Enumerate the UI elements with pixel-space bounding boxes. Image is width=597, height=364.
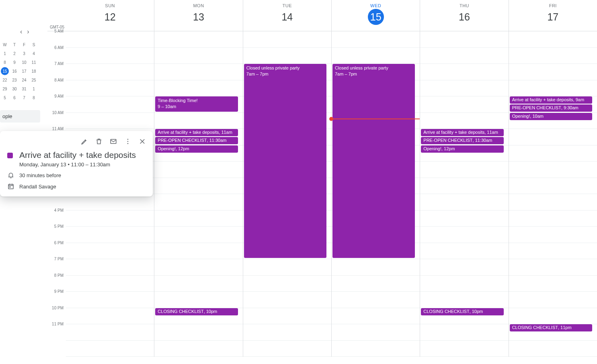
minical-day[interactable]: 17 [19, 67, 29, 76]
calendar-event[interactable]: Opening!, 10am [510, 113, 592, 120]
calendar-event[interactable]: CLOSING CHECKLIST, 11pm [510, 324, 592, 331]
timezone-label: GMT-05 [47, 0, 66, 31]
day-number[interactable]: 15 [368, 9, 384, 25]
day-column[interactable]: Closed unless private party7am – 7pm [331, 31, 420, 357]
day-number[interactable]: 16 [456, 9, 472, 25]
hour-label: 10 AM [47, 110, 66, 127]
event-details-popup: Arrive at facility + take deposits Monda… [0, 131, 153, 196]
day-header[interactable]: TUE14 [243, 0, 331, 31]
svg-point-1 [127, 139, 128, 140]
day-of-week: SUN [66, 3, 154, 8]
calendar-event[interactable]: Arrive at facility + take deposits, 11am [421, 129, 503, 136]
minical-day[interactable]: 11 [29, 58, 39, 67]
minical-day[interactable]: 15 [1, 67, 9, 75]
minical-next[interactable]: › [27, 28, 29, 35]
day-column[interactable]: Time-Blocking Time!9 – 10amArrive at fac… [154, 31, 242, 357]
minical-day[interactable]: 31 [19, 84, 29, 93]
day-of-week: WED [332, 3, 420, 8]
calendar-event[interactable]: Arrive at facility + take deposits, 9am [510, 96, 592, 104]
calendar-event[interactable]: Closed unless private party7am – 7pm [332, 64, 415, 258]
minical-day[interactable]: 18 [29, 67, 39, 76]
more-options-icon[interactable] [121, 135, 134, 148]
hour-label: 9 AM [47, 94, 66, 110]
hour-label: 10 PM [47, 306, 66, 322]
email-icon[interactable] [107, 135, 120, 148]
calendar-event[interactable]: CLOSING CHECKLIST, 10pm [421, 308, 503, 315]
hour-label: 5 PM [47, 224, 66, 241]
minical-day[interactable]: 9 [10, 58, 19, 67]
edit-icon[interactable] [78, 135, 91, 148]
day-column[interactable]: Arrive at facility + take deposits, 9amP… [509, 31, 597, 357]
minical-day[interactable]: 8 [29, 93, 39, 102]
day-header[interactable]: FRI17 [509, 0, 597, 31]
minical-prev[interactable]: ‹ [20, 28, 22, 35]
day-number[interactable]: 12 [102, 9, 118, 25]
day-header[interactable]: MON13 [154, 0, 242, 31]
calendar-event[interactable]: PRE-OPEN CHECKLIST, 11:30am [421, 137, 503, 144]
minical-day[interactable]: 3 [19, 49, 29, 58]
popup-calendar-name: Randall Savage [19, 184, 56, 190]
minical-day[interactable]: 5 [0, 93, 10, 102]
popup-event-title: Arrive at facility + take deposits [19, 150, 146, 160]
day-number[interactable]: 13 [191, 9, 207, 25]
minical-day[interactable]: 24 [19, 76, 29, 84]
minical-day[interactable]: 1 [0, 49, 10, 58]
calendar-event[interactable]: Opening!, 12pm [421, 145, 503, 153]
svg-point-3 [127, 143, 128, 144]
minical-day[interactable]: 23 [10, 76, 19, 84]
day-column[interactable]: Arrive at facility + take deposits, 11am… [420, 31, 508, 357]
day-of-week: THU [420, 3, 508, 8]
minical-day[interactable]: 2 [10, 49, 19, 58]
calendar-event[interactable]: Opening!, 12pm [155, 145, 238, 153]
day-number[interactable]: 17 [545, 9, 561, 25]
hour-label: 5 AM [47, 29, 66, 45]
day-header[interactable]: SUN12 [66, 0, 154, 31]
svg-point-2 [127, 141, 128, 142]
hour-label: 7 AM [47, 61, 66, 78]
hour-label: 8 AM [47, 78, 66, 94]
minical-dow: W [0, 40, 10, 49]
minical-day[interactable]: 10 [19, 58, 29, 67]
day-header[interactable]: THU16 [420, 0, 508, 31]
calendar-icon [7, 183, 19, 190]
popup-event-datetime: Monday, January 13 • 11:00 – 11:30am [19, 162, 146, 168]
event-color-swatch [7, 153, 13, 158]
day-number[interactable]: 14 [279, 9, 295, 25]
mini-calendar: WTFS 12348910111516171822232425293031156… [0, 40, 40, 102]
day-of-week: FRI [509, 3, 597, 8]
hour-label: 8 PM [47, 273, 66, 290]
minical-day[interactable]: 30 [10, 84, 19, 93]
day-header[interactable]: WED15 [331, 0, 420, 31]
minical-day[interactable]: 22 [0, 76, 10, 84]
day-of-week: MON [154, 3, 242, 8]
calendar-event[interactable]: Arrive at facility + take deposits, 11am [155, 129, 238, 136]
day-of-week: TUE [243, 3, 331, 8]
svg-rect-4 [8, 184, 13, 189]
hour-label: 6 AM [47, 45, 66, 62]
svg-rect-5 [9, 186, 10, 188]
minical-dow: F [19, 40, 29, 49]
day-column[interactable]: Closed unless private party7am – 7pm [243, 31, 331, 357]
hour-label: 7 PM [47, 257, 66, 273]
minical-day[interactable]: 25 [29, 76, 39, 84]
minical-day[interactable]: 7 [19, 93, 29, 102]
minical-day[interactable]: 1 [29, 84, 39, 93]
calendar-event[interactable]: Closed unless private party7am – 7pm [244, 64, 326, 258]
calendar-event[interactable]: CLOSING CHECKLIST, 10pm [155, 308, 238, 315]
delete-icon[interactable] [92, 135, 105, 148]
close-icon[interactable] [136, 135, 149, 148]
minical-day[interactable]: 16 [10, 67, 19, 76]
calendar-event[interactable]: Time-Blocking Time!9 – 10am [155, 96, 238, 112]
hour-label: 4 PM [47, 208, 66, 225]
minical-dow: S [29, 40, 39, 49]
calendar-event[interactable]: PRE-OPEN CHECKLIST, 11:30am [155, 137, 238, 144]
minical-day[interactable]: 29 [0, 84, 10, 93]
minical-dow: T [10, 40, 19, 49]
calendar-event[interactable]: PRE-OPEN CHECKLIST, 9:30am [510, 104, 592, 112]
hour-label: 11 PM [47, 322, 66, 338]
minical-day[interactable]: 8 [0, 58, 10, 67]
minical-day[interactable]: 4 [29, 49, 39, 58]
minical-day[interactable]: 6 [10, 93, 19, 102]
bell-icon [7, 172, 19, 179]
search-people-input[interactable]: ople [0, 110, 40, 123]
